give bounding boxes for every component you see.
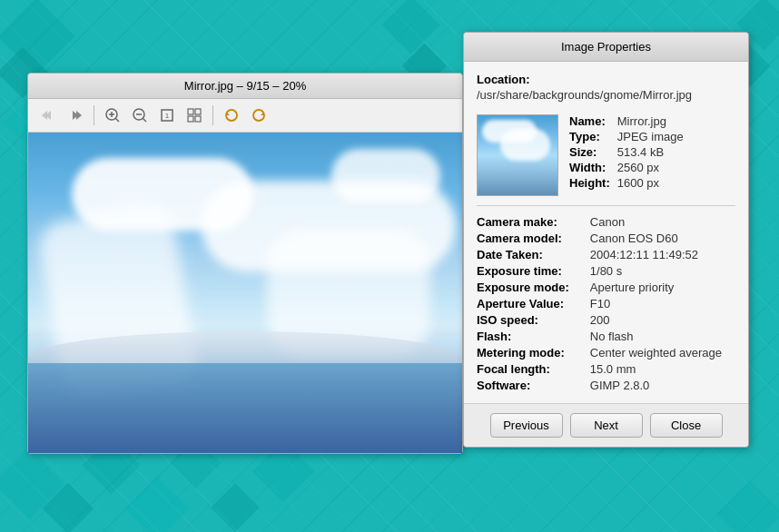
svg-line-10 [143,119,147,123]
bg-shape [211,483,260,532]
focal-label: Focal length: [477,362,583,376]
rotate-left-button[interactable] [219,103,244,128]
size-value: 513.4 kB [617,145,684,159]
type-value: JPEG image [617,130,684,143]
metering-value: Center weighted average [590,346,735,360]
aperture-value: F10 [590,297,735,310]
back-button[interactable] [35,103,61,128]
type-label: Type: [569,130,610,143]
zoom-out-icon [132,107,148,123]
width-label: Width: [569,161,610,174]
forward-icon [68,108,83,123]
rotate-right-icon [250,106,268,124]
water-decoration [28,363,462,453]
flash-label: Flash: [477,330,583,343]
bg-shape [716,480,779,532]
next-button[interactable]: Next [570,413,643,438]
previous-button[interactable]: Previous [490,413,563,438]
svg-text:1: 1 [165,112,170,120]
toolbar-separator-1 [94,105,94,125]
section-divider [477,205,735,206]
bg-shape [43,483,94,532]
metering-label: Metering mode: [477,346,583,360]
date-taken-label: Date Taken: [477,248,583,261]
name-label: Name: [569,114,610,128]
properties-panel: Image Properties Location: /usr/share/ba… [463,32,749,448]
location-path: /usr/share/backgrounds/gnome/Mirror.jpg [477,88,735,102]
panel-title: Image Properties [464,33,748,62]
size-label: Size: [569,145,610,159]
bg-shape [0,448,64,519]
grid-icon [186,107,202,123]
close-button[interactable]: Close [650,413,723,438]
panel-content-area: Location: /usr/share/backgrounds/gnome/M… [464,62,748,403]
flash-value: No flash [590,330,735,343]
cloud-decoration [331,149,440,203]
iso-label: ISO speed: [477,313,583,327]
zoom-in-button[interactable] [100,103,125,128]
exif-grid: Camera make: Canon Camera model: Canon E… [477,215,735,392]
rotate-right-button[interactable] [246,103,271,128]
image-thumbnail [477,114,558,196]
aperture-label: Aperture Value: [477,297,583,310]
fit-icon: 1 [159,107,175,123]
exposure-mode-label: Exposure mode: [477,281,583,294]
info-row: Name: Mirror.jpg Type: JPEG image Size: … [477,114,735,196]
rotate-left-icon [222,106,241,124]
forward-button[interactable] [63,103,88,128]
image-display [28,133,462,453]
camera-model-value: Canon EOS D60 [590,232,735,245]
svg-line-7 [116,119,120,123]
svg-marker-1 [42,111,47,120]
toolbar-separator-2 [212,105,213,125]
iso-value: 200 [590,313,735,327]
location-label: Location: [477,73,735,86]
exposure-time-label: Exposure time: [477,264,583,278]
bg-shape [382,0,440,54]
location-section: Location: /usr/share/backgrounds/gnome/M… [477,73,735,102]
exposure-mode-value: Aperture priority [590,281,735,294]
back-icon [41,108,55,123]
panel-footer: Previous Next Close [464,403,748,447]
svg-rect-15 [188,116,193,122]
viewer-toolbar: 1 [28,99,462,133]
date-taken-value: 2004:12:11 11:49:52 [590,248,735,261]
image-viewer-window: Mirror.jpg – 9/15 – 20% [27,73,463,454]
name-value: Mirror.jpg [617,114,684,128]
camera-make-value: Canon [590,215,735,229]
bg-shape [125,477,190,532]
zoom-in-icon [104,107,121,123]
software-label: Software: [477,379,583,392]
camera-make-label: Camera make: [477,215,583,229]
zoom-out-button[interactable] [127,103,153,128]
width-value: 2560 px [617,161,684,174]
grid-button[interactable] [182,103,207,128]
focal-value: 15.0 mm [590,362,735,376]
camera-model-label: Camera model: [477,232,583,245]
sky-clouds-image [28,133,462,453]
height-value: 1600 px [617,176,684,190]
svg-rect-13 [188,109,193,114]
svg-marker-3 [76,111,82,120]
height-label: Height: [569,176,610,190]
thumb-cloud [500,129,550,161]
svg-rect-16 [195,116,201,122]
svg-rect-14 [195,109,201,114]
viewer-titlebar: Mirror.jpg – 9/15 – 20% [28,74,462,99]
fit-button[interactable]: 1 [154,103,180,128]
thumbnail-sky-image [478,115,557,195]
bg-shape [0,0,74,74]
software-value: GIMP 2.8.0 [590,379,735,392]
viewer-title: Mirror.jpg – 9/15 – 20% [184,79,306,93]
exposure-time-value: 1/80 s [590,264,735,278]
file-meta-grid: Name: Mirror.jpg Type: JPEG image Size: … [569,114,684,190]
